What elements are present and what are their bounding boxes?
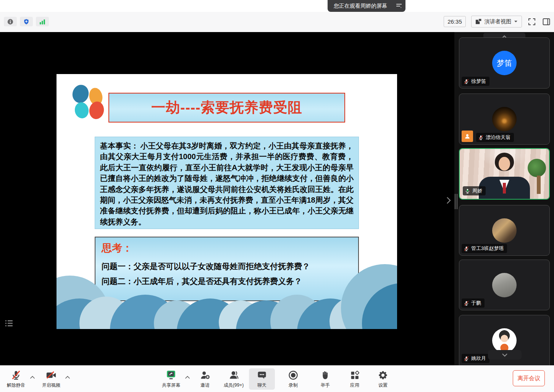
list-icon[interactable] xyxy=(5,319,14,327)
record-button[interactable]: 录制 xyxy=(281,368,305,390)
participant-name-badge: 于鹏 xyxy=(462,298,485,308)
top-toolbar: 26:35 演讲者视图 xyxy=(0,12,554,32)
mic-muted-icon xyxy=(464,300,469,306)
participant-name: 周娇 xyxy=(472,187,482,194)
decorative-hills xyxy=(57,260,397,329)
participant-name-badge: 姚欣月 xyxy=(462,354,489,363)
watching-notification-text: 您正在观看周娇的屏幕 xyxy=(328,3,391,10)
scroll-down-button[interactable] xyxy=(488,350,522,360)
mic-muted-icon xyxy=(464,246,469,252)
invite-button[interactable]: 邀请 xyxy=(194,368,216,390)
participant-name-badge: 漂泊信天翁 xyxy=(476,133,514,142)
network-signal-icon xyxy=(39,19,46,25)
chevron-down-icon xyxy=(502,353,508,357)
avatar xyxy=(492,107,517,131)
settings-label: 设置 xyxy=(378,382,388,389)
meeting-timer: 26:35 xyxy=(444,16,466,27)
participant-name: 漂泊信天翁 xyxy=(486,134,510,141)
mic-muted-icon xyxy=(464,356,469,361)
chat-button[interactable]: 聊天 xyxy=(249,368,275,390)
participant-name-badge: 徐梦笛 xyxy=(462,77,489,86)
fullscreen-button[interactable] xyxy=(527,17,536,26)
clover-logo xyxy=(72,85,107,117)
members-button[interactable]: 成员(99+) xyxy=(220,368,247,390)
leave-meeting-label: 离开会议 xyxy=(517,375,540,382)
leave-meeting-button[interactable]: 离开会议 xyxy=(513,370,545,386)
participant-name: 管工3班赵梦瑶 xyxy=(471,245,504,252)
avatar xyxy=(492,273,517,297)
mic-muted-icon xyxy=(478,135,484,140)
invite-label: 邀请 xyxy=(200,382,210,389)
info-icon xyxy=(7,18,14,25)
settings-gear-icon xyxy=(378,370,388,381)
shared-screen-area: 一劫----索要抚养费受阻 基本事实：小王父母在其3岁时离婚，双方约定，小王由其… xyxy=(0,32,554,365)
chevron-right-icon xyxy=(446,197,451,204)
share-options-chevron[interactable] xyxy=(185,376,190,379)
view-mode-selector[interactable]: 演讲者视图 xyxy=(471,16,522,27)
chat-label: 聊天 xyxy=(257,382,267,389)
fact-text: 小王父母在其3岁时离婚，双方约定，小王由其母亲直接抚养，由其父亲大王每月支付10… xyxy=(100,142,354,226)
person-badge-icon xyxy=(464,133,471,140)
participant-name-badge: 周娇 xyxy=(463,186,486,195)
think-label: 思考： xyxy=(102,241,352,255)
slide-title: 一劫----索要抚养费受阻 xyxy=(108,93,345,123)
apps-button[interactable]: 应用 xyxy=(342,368,367,390)
participants-sidebar: 梦笛 徐梦笛 xyxy=(454,32,554,365)
side-panel-icon xyxy=(542,17,551,26)
top-strip: 您正在观看周娇的屏幕 xyxy=(0,0,554,12)
sidebar-resize-handle[interactable] xyxy=(455,194,458,209)
raise-hand-button[interactable]: 举手 xyxy=(313,368,338,390)
share-screen-icon xyxy=(166,370,176,381)
start-video-button[interactable]: 开启视频 xyxy=(37,368,65,390)
fact-label: 基本事实： xyxy=(100,142,139,150)
chat-icon xyxy=(257,370,267,381)
avatar-initials: 梦笛 xyxy=(497,58,512,68)
participant-tile[interactable]: 管工3班赵梦瑶 xyxy=(459,205,550,256)
presentation-slide: 一劫----索要抚养费受阻 基本事实：小王父母在其3岁时离婚，双方约定，小王由其… xyxy=(57,74,397,329)
meeting-info-button[interactable] xyxy=(4,17,17,26)
network-quality-button[interactable] xyxy=(36,17,49,26)
participant-name-badge: 管工3班赵梦瑶 xyxy=(462,244,507,253)
participant-tile[interactable]: 于鹏 xyxy=(459,260,550,310)
participant-tile-speaking[interactable]: 周娇 xyxy=(459,148,550,200)
watching-notification: 您正在观看周娇的屏幕 xyxy=(328,0,405,12)
participant-name: 徐梦笛 xyxy=(471,78,486,85)
plant-decor xyxy=(528,159,546,177)
slide-fact-box: 基本事实：小王父母在其3岁时离婚，双方约定，小王由其母亲直接抚养，由其父亲大王每… xyxy=(95,137,359,229)
layout-view-icon xyxy=(475,18,482,25)
camera-off-icon xyxy=(45,370,57,381)
mic-muted-icon xyxy=(11,370,21,381)
unmute-button[interactable]: 解除静音 xyxy=(2,368,30,390)
chevron-down-icon xyxy=(514,20,518,23)
avatar xyxy=(492,218,517,243)
watching-options-menu-icon[interactable] xyxy=(391,3,407,9)
participant-name: 姚欣月 xyxy=(471,355,486,362)
profile-badge xyxy=(462,131,473,142)
view-mode-label: 演讲者视图 xyxy=(485,18,511,25)
settings-button[interactable]: 设置 xyxy=(371,368,395,390)
participant-tile[interactable]: 梦笛 徐梦笛 xyxy=(459,37,550,89)
collapse-sidebar-arrow[interactable] xyxy=(444,195,453,205)
avatar: 梦笛 xyxy=(492,51,517,75)
unmute-options-chevron[interactable] xyxy=(30,376,35,379)
bottom-toolbar: 解除静音 开启视频 共享屏幕 xyxy=(0,365,554,392)
shield-plus-icon xyxy=(23,18,30,25)
members-icon xyxy=(228,370,239,381)
record-label: 录制 xyxy=(289,382,298,389)
mic-active-icon xyxy=(465,188,470,194)
share-screen-button[interactable]: 共享屏幕 xyxy=(157,368,185,390)
apps-icon xyxy=(349,370,360,381)
participant-tile[interactable]: 漂泊信天翁 xyxy=(459,94,550,145)
members-label: 成员(99+) xyxy=(224,382,244,389)
record-icon xyxy=(288,370,299,381)
security-button[interactable] xyxy=(20,17,33,26)
avatar xyxy=(492,328,517,353)
side-panel-toggle-button[interactable] xyxy=(542,17,551,26)
raise-hand-icon xyxy=(320,370,330,381)
participant-name: 于鹏 xyxy=(471,300,481,307)
share-screen-label: 共享屏幕 xyxy=(162,382,180,389)
video-options-chevron[interactable] xyxy=(65,376,70,379)
invite-icon xyxy=(200,370,210,381)
unmute-label: 解除静音 xyxy=(7,382,25,389)
apps-label: 应用 xyxy=(350,382,359,389)
